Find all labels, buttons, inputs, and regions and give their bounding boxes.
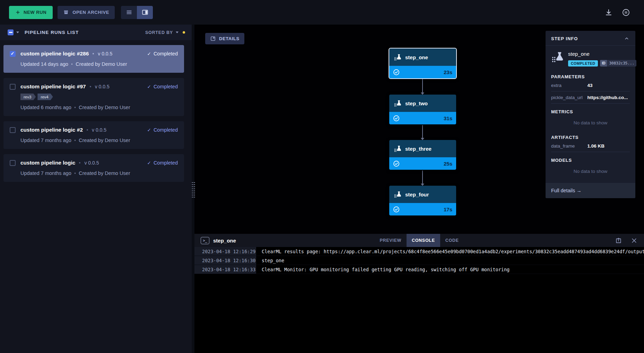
check-icon (147, 160, 151, 166)
node-name: step_three (405, 146, 432, 152)
terminal-icon (201, 237, 209, 244)
chevron-up-icon[interactable] (624, 35, 630, 42)
artifact-label: data_frame (551, 143, 587, 149)
step-name: step_one (568, 51, 636, 57)
run-version: v 0.0.5 (84, 160, 99, 166)
metrics-empty-state: No data to show (551, 114, 630, 129)
tab-code[interactable]: CODE (440, 234, 464, 247)
plus-icon (15, 10, 20, 15)
sorted-by-control[interactable]: SORTED BY (145, 30, 179, 35)
check-circle-icon (393, 115, 400, 122)
sorted-by-caret-icon (176, 32, 179, 33)
node-status-bar: 25s (389, 157, 456, 170)
node-header: step_two (389, 95, 456, 112)
run-card[interactable]: custom pipeline logic v 0.0.5 Completed … (3, 154, 184, 182)
run-checkbox[interactable] (10, 160, 16, 166)
step-icon (394, 99, 401, 107)
run-created: Created by Demo User (79, 170, 130, 176)
node-header: step_four (389, 186, 456, 203)
log-timestamp: 2023-04-18 12:16:33 (194, 265, 256, 274)
id-badge-label: ID (600, 60, 607, 67)
check-icon (147, 127, 151, 133)
log-message: ClearML results page: https://app.clear.… (256, 247, 644, 256)
dag-node-step-one[interactable]: step_one 23s (389, 48, 456, 78)
run-checkbox[interactable] (10, 127, 16, 133)
run-updated: Updated 7 months ago (20, 138, 71, 143)
runs-list: custom pipeline logic #286 v 0.0.5 Compl… (0, 40, 192, 182)
node-status-bar: 23s (389, 66, 456, 78)
check-icon (147, 51, 151, 56)
run-updated: Updated 6 months ago (20, 105, 71, 110)
run-meta: Updated 6 months ago Created by Demo Use… (20, 105, 178, 110)
details-button[interactable]: DETAILS (205, 33, 244, 44)
run-tags: rev3 rev4 (20, 94, 178, 100)
step-icon (551, 51, 564, 63)
run-meta: Updated 7 months ago Created by Demo Use… (20, 138, 178, 143)
run-checkbox[interactable] (10, 51, 16, 57)
pipeline-runs-sidebar: PIPELINE RUNS LIST SORTED BY custo (0, 25, 192, 353)
run-title: custom pipeline logic #286 (20, 51, 89, 57)
parameter-row: extra 43 (551, 79, 630, 91)
status-badge: COMPLETED (568, 60, 598, 67)
select-all-caret-icon[interactable] (16, 32, 19, 33)
console-actions (615, 237, 638, 244)
run-card[interactable]: custom pipeline logic #97 v 0.0.5 Comple… (3, 78, 184, 116)
select-all-checkbox[interactable] (8, 29, 14, 35)
dag-node-step-two[interactable]: step_two 31s (389, 95, 456, 124)
separator-dot (75, 140, 76, 141)
run-created: Created by Demo User (79, 138, 130, 143)
clearml-pipelines-app: NEW RUN OPEN ARCHIVE (0, 0, 644, 353)
step-info-body: PARAMETERS extra 43 pickle_data_url http… (546, 67, 635, 178)
details-label: DETAILS (219, 36, 240, 41)
step-icon (394, 145, 401, 152)
dag-node-step-four[interactable]: step_four 17s (389, 186, 456, 215)
run-checkbox[interactable] (10, 84, 16, 90)
console-tabs: PREVIEW CONSOLE CODE (374, 234, 464, 247)
run-card[interactable]: custom pipeline logic #2 v 0.0.5 Complet… (3, 121, 184, 149)
split-view-toggle[interactable] (137, 6, 153, 19)
archive-icon (63, 9, 69, 15)
resize-grip-handle[interactable] (191, 181, 195, 198)
log-message: ClearML Monitor: GPU monitoring failed g… (256, 265, 510, 274)
log-timestamp: 2023-04-18 12:16:30 (194, 256, 256, 265)
console-log: 2023-04-18 12:16:29 ClearML results page… (194, 247, 644, 274)
node-duration: 23s (444, 69, 452, 75)
full-details-link[interactable]: Full details → (546, 183, 635, 198)
step-icon (394, 191, 401, 198)
models-empty-state: No data to show (551, 163, 630, 178)
new-run-button[interactable]: NEW RUN (9, 6, 53, 19)
pause-circle-icon[interactable] (622, 8, 630, 17)
parameter-row: pickle_data_url https://github.co... (551, 91, 630, 104)
node-status-bar: 31s (389, 112, 456, 124)
console-step-title: step_one (213, 238, 236, 244)
runs-list-title: PIPELINE RUNS LIST (25, 30, 79, 35)
dag-node-step-three[interactable]: step_three 25s (389, 140, 456, 170)
check-circle-icon (393, 160, 400, 167)
parameter-value: https://github.co... (587, 95, 630, 100)
separator-dot (87, 129, 88, 131)
view-toggle-group (121, 6, 153, 19)
export-icon[interactable] (615, 237, 622, 244)
close-icon[interactable] (630, 237, 638, 244)
new-run-label: NEW RUN (24, 10, 46, 15)
run-updated: Updated 14 days ago (20, 61, 68, 67)
run-version: v 0.0.5 (95, 84, 110, 89)
dag-edge (422, 125, 423, 138)
separator-dot (75, 107, 76, 108)
list-view-toggle[interactable] (121, 6, 137, 19)
console-panel: step_one PREVIEW CONSOLE CODE 2023-04-18… (194, 234, 644, 353)
metrics-section-title: METRICS (551, 109, 630, 114)
runs-list-header: PIPELINE RUNS LIST SORTED BY (0, 25, 192, 40)
console-header: step_one PREVIEW CONSOLE CODE (194, 234, 644, 247)
download-icon[interactable] (604, 8, 613, 17)
tab-preview[interactable]: PREVIEW (374, 234, 407, 247)
node-name: step_one (405, 54, 428, 60)
run-card[interactable]: custom pipeline logic #286 v 0.0.5 Compl… (3, 45, 184, 73)
tag-chip: rev4 (37, 94, 53, 100)
run-created: Created by Demo User (79, 105, 130, 110)
open-archive-button[interactable]: OPEN ARCHIVE (58, 6, 115, 19)
step-icon (394, 53, 401, 61)
tab-console[interactable]: CONSOLE (407, 234, 440, 247)
node-header: step_three (389, 140, 456, 157)
rows-icon (125, 9, 133, 16)
